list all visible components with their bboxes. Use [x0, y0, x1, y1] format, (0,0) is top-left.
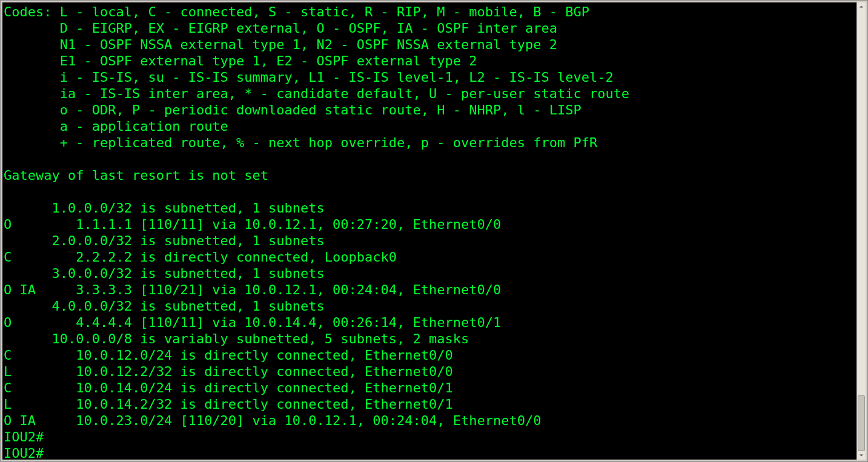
route-line: L 10.0.14.2/32 is directly connected, Et… — [4, 397, 453, 412]
shell-prompt[interactable]: IOU2# — [4, 429, 44, 444]
codes-line: ia - IS-IS inter area, * - candidate def… — [4, 86, 629, 101]
route-line: O 4.4.4.4 [110/11] via 10.0.14.4, 00:26:… — [4, 315, 501, 330]
chevron-down-icon — [859, 453, 864, 458]
route-line: O IA 3.3.3.3 [110/21] via 10.0.12.1, 00:… — [4, 282, 501, 297]
route-line: 4.0.0.0/32 is subnetted, 1 subnets — [4, 299, 325, 314]
route-line: 1.0.0.0/32 is subnetted, 1 subnets — [4, 200, 325, 216]
route-line: C 10.0.14.0/24 is directly connected, Et… — [4, 380, 453, 395]
codes-line: Codes: L - local, C - connected, S - sta… — [4, 4, 589, 19]
gateway-line: Gateway of last resort is not set — [4, 168, 268, 183]
route-line: C 10.0.12.0/24 is directly connected, Et… — [4, 348, 453, 363]
scroll-track[interactable] — [857, 11, 866, 451]
route-line: 2.0.0.0/32 is subnetted, 1 subnets — [4, 233, 325, 248]
codes-line: D - EIGRP, EX - EIGRP external, O - OSPF… — [4, 21, 557, 36]
codes-line: o - ODR, P - periodic downloaded static … — [4, 102, 581, 117]
codes-line: E1 - OSPF external type 1, E2 - OSPF ext… — [4, 53, 477, 68]
terminal-viewport[interactable]: Codes: L - local, C - connected, S - sta… — [2, 2, 856, 460]
route-line: C 2.2.2.2 is directly connected, Loopbac… — [4, 249, 397, 265]
scroll-down-button[interactable] — [857, 451, 866, 460]
route-line: 10.0.0.0/8 is variably subnetted, 5 subn… — [4, 331, 469, 346]
route-line: O IA 10.0.23.0/24 [110/20] via 10.0.12.1… — [4, 413, 541, 428]
codes-line: i - IS-IS, su - IS-IS summary, L1 - IS-I… — [4, 70, 614, 85]
codes-line: N1 - OSPF NSSA external type 1, N2 - OSP… — [4, 37, 557, 52]
codes-line: + - replicated route, % - next hop overr… — [4, 135, 597, 150]
scroll-thumb[interactable] — [858, 395, 865, 451]
vertical-scrollbar[interactable] — [856, 2, 866, 460]
shell-prompt[interactable]: IOU2# — [4, 446, 44, 460]
terminal-window: Codes: L - local, C - connected, S - sta… — [0, 0, 868, 462]
codes-line: a - application route — [4, 119, 228, 134]
route-line: L 10.0.12.2/32 is directly connected, Et… — [4, 364, 453, 379]
scroll-up-button[interactable] — [857, 2, 866, 11]
chevron-up-icon — [859, 4, 864, 9]
route-line: O 1.1.1.1 [110/11] via 10.0.12.1, 00:27:… — [4, 217, 501, 232]
route-line: 3.0.0.0/32 is subnetted, 1 subnets — [4, 266, 325, 281]
terminal-output[interactable]: Codes: L - local, C - connected, S - sta… — [2, 2, 856, 460]
